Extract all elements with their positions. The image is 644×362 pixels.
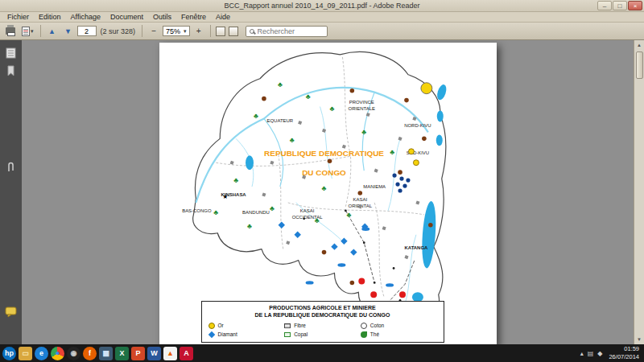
taskbar: hp▭e●◉f▦XPW▲A ▴▤◆ 01:59 26/07/2014 [0, 344, 644, 362]
taskbar-icon-powerpoint[interactable]: P [131, 347, 145, 360]
map-marker-gold [413, 160, 419, 166]
page-number-input[interactable] [77, 26, 97, 36]
menu-fichier[interactable]: Fichier [2, 13, 34, 21]
map-marker-tree: ♣ [390, 148, 394, 156]
menu-aide[interactable]: Aide [211, 13, 235, 21]
legend-item-diamant: Diamant [208, 330, 285, 339]
map-marker-animal [349, 281, 354, 286]
map-marker-town [303, 217, 305, 220]
print-button[interactable] [3, 24, 18, 38]
map-marker-fish [386, 283, 394, 286]
legend-label: Copal [294, 331, 308, 337]
maximize-button[interactable]: □ [613, 1, 627, 10]
vertical-scrollbar[interactable]: ▲ ▼ [634, 40, 644, 344]
region-label: ORIENTALE [348, 106, 374, 111]
scroll-down-icon[interactable]: ▼ [637, 335, 642, 344]
document-icon [22, 27, 30, 36]
bookmarks-icon[interactable] [4, 64, 18, 76]
taskbar-icon-firefox[interactable]: f [83, 347, 97, 360]
printer-icon [6, 27, 15, 35]
map-marker-animal [349, 88, 354, 93]
next-page-button[interactable]: ▼ [61, 24, 76, 38]
taskbar-icon-internet-explorer[interactable]: e [35, 347, 48, 360]
tray-icon-0[interactable]: ▴ [580, 350, 584, 357]
navigation-rail [0, 40, 22, 344]
clock-time: 01:59 [609, 345, 639, 353]
taskbar-icon-folder[interactable]: ▭ [19, 347, 32, 360]
map-marker-dot [392, 174, 396, 178]
tray-icon-2[interactable]: ◆ [597, 350, 602, 357]
menu-outils[interactable]: Outils [148, 13, 176, 21]
country-title: DU CONGO [302, 168, 346, 177]
continuous-view-button[interactable] [229, 27, 238, 36]
menu-affichage[interactable]: Affichage [66, 13, 105, 21]
map-marker-tree: ♣ [269, 204, 274, 212]
legend-item-fibre: Fibre [284, 321, 361, 330]
map-marker-fish [337, 263, 345, 266]
map-marker-animal [321, 250, 326, 255]
menu-document[interactable]: Document [105, 13, 148, 21]
pdf-page: ★ EQUATEURPROVINCEORIENTALENORD-KIVUSUD-… [159, 43, 497, 344]
titlebar[interactable]: BCC_Rapport annuel 2010_14_09_2011.pdf -… [0, 0, 644, 12]
map-marker-animal [327, 158, 332, 163]
zoom-level-control[interactable]: 75% ▾ [163, 26, 190, 36]
taskbar-icon-media-player[interactable]: ◉ [67, 347, 80, 360]
search-box[interactable] [246, 26, 328, 37]
taskbar-icon-word[interactable]: W [147, 347, 161, 360]
map-marker-tree: ♣ [213, 208, 218, 216]
taskbar-icon-photo-viewer[interactable]: ▦ [99, 347, 113, 360]
minimize-button[interactable]: – [597, 1, 612, 10]
map-marker-tree: ♣ [289, 136, 294, 144]
adobe-reader-window: BCC_Rapport annuel 2010_14_09_2011.pdf -… [0, 0, 644, 362]
map-marker-red [358, 278, 365, 284]
taskbar-clock[interactable]: 01:59 26/07/2014 [609, 345, 639, 361]
taskbar-icon-vlc[interactable]: ▲ [163, 347, 177, 360]
region-label: BANDUNDU [242, 210, 270, 215]
map-marker-tree: ♣ [277, 80, 282, 88]
export-button[interactable]: ▾ [19, 24, 36, 38]
or-icon [208, 323, 215, 329]
map-marker-tree: ♣ [321, 184, 326, 192]
region-label: KASAI [299, 208, 314, 213]
copal-icon [284, 332, 291, 337]
map-marker-animal [357, 191, 362, 195]
taskbar-icon-adobe-reader[interactable]: A [180, 347, 193, 360]
window-controls: – □ × [597, 1, 642, 10]
map-marker-red [399, 291, 406, 298]
legend-item-the: Thé [361, 330, 437, 339]
toolbar-separator [40, 25, 41, 37]
legend-label: Diamant [218, 331, 237, 337]
comments-icon[interactable] [4, 306, 18, 318]
taskbar-icon-chrome[interactable]: ● [51, 347, 64, 360]
region-label: NORD-KIVU [404, 123, 431, 128]
map-marker-dot [406, 179, 410, 183]
taskbar-icon-hp[interactable]: hp [2, 347, 16, 360]
zoom-in-button[interactable]: + [192, 24, 206, 38]
region-label: BAS-CONGO [182, 208, 212, 213]
map-marker-tree: ♣ [329, 105, 334, 113]
legend-label: Thé [370, 331, 379, 337]
zoom-out-button[interactable]: − [147, 24, 161, 38]
document-area[interactable]: ★ EQUATEURPROVINCEORIENTALENORD-KIVUSUD-… [22, 40, 634, 344]
system-tray: ▴▤◆ 01:59 26/07/2014 [580, 345, 642, 361]
map-marker-red [370, 291, 377, 298]
attachments-icon[interactable] [4, 161, 18, 173]
previous-page-button[interactable]: ▲ [45, 24, 60, 38]
search-input[interactable] [258, 27, 324, 35]
close-button[interactable]: × [628, 1, 642, 10]
menu-edition[interactable]: Edition [34, 13, 66, 21]
tray-icon-1[interactable]: ▤ [588, 350, 594, 357]
taskbar-icon-excel[interactable]: X [115, 347, 129, 360]
map-marker-animal [398, 170, 402, 175]
scrollbar-thumb[interactable] [636, 51, 643, 79]
region-label: MANIEMA [363, 184, 386, 189]
legend-items: OrDiamantFibreCopalCotonThé [208, 321, 437, 339]
search-icon [250, 29, 254, 34]
menu-fenetre[interactable]: Fenêtre [176, 13, 211, 21]
map-marker-animal [404, 98, 409, 103]
page-thumbnails-icon[interactable] [4, 47, 18, 59]
legend-item-coton: Coton [361, 321, 437, 330]
scroll-up-icon[interactable]: ▲ [637, 40, 642, 50]
single-page-view-button[interactable] [216, 27, 225, 36]
toolbar-separator [210, 25, 211, 37]
